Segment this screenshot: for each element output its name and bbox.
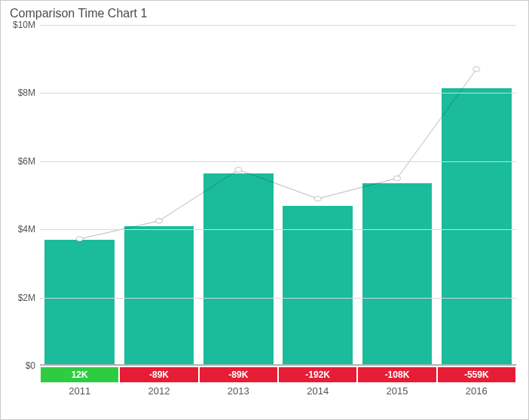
difference-badge: -89K xyxy=(120,367,197,382)
bar xyxy=(44,240,115,366)
bar-slot xyxy=(357,25,436,366)
bar-slot xyxy=(119,25,198,366)
chart-title: Comparison Time Chart 1 xyxy=(10,7,521,20)
difference-badge: -89K xyxy=(200,367,277,382)
bar-group xyxy=(40,25,516,366)
difference-badge: 12K xyxy=(41,367,118,382)
y-tick-label: $6M xyxy=(18,156,35,167)
x-tick-label: 2016 xyxy=(437,385,516,397)
difference-badge-row: 12K-89K-89K-192K-108K-559K xyxy=(40,367,516,382)
x-tick-label: 2015 xyxy=(357,385,436,397)
x-tick-label: 2014 xyxy=(278,385,357,397)
x-tick-label: 2012 xyxy=(119,385,198,397)
grid-line xyxy=(40,298,516,299)
x-axis-line xyxy=(40,364,516,366)
bar xyxy=(362,183,433,366)
bar xyxy=(124,226,194,366)
grid-line xyxy=(40,93,516,94)
y-tick-label: $8M xyxy=(18,87,35,98)
bar-slot xyxy=(278,25,357,366)
y-tick-label: $4M xyxy=(18,224,35,235)
bar-slot xyxy=(199,25,278,366)
bar-slot xyxy=(437,25,516,366)
chart-plot-area: $0$2M$4M$6M$8M$10M xyxy=(40,25,516,366)
chart-card: Comparison Time Chart 1 $0$2M$4M$6M$8M$1… xyxy=(0,0,529,420)
grid-line xyxy=(40,25,516,26)
bar xyxy=(203,173,274,366)
bar xyxy=(442,88,512,366)
difference-badge: -559K xyxy=(438,367,515,382)
x-axis-labels: 201120122013201420152016 xyxy=(40,385,516,397)
difference-badge: -108K xyxy=(358,367,436,382)
difference-badge: -192K xyxy=(279,367,356,382)
x-tick-label: 2011 xyxy=(40,385,119,397)
grid-line xyxy=(40,229,516,230)
x-tick-label: 2013 xyxy=(199,385,278,397)
bar-slot xyxy=(40,25,119,366)
y-tick-label: $10M xyxy=(13,20,35,30)
grid-line xyxy=(40,161,516,162)
y-tick-label: $0 xyxy=(26,360,35,371)
y-tick-label: $2M xyxy=(18,293,35,303)
